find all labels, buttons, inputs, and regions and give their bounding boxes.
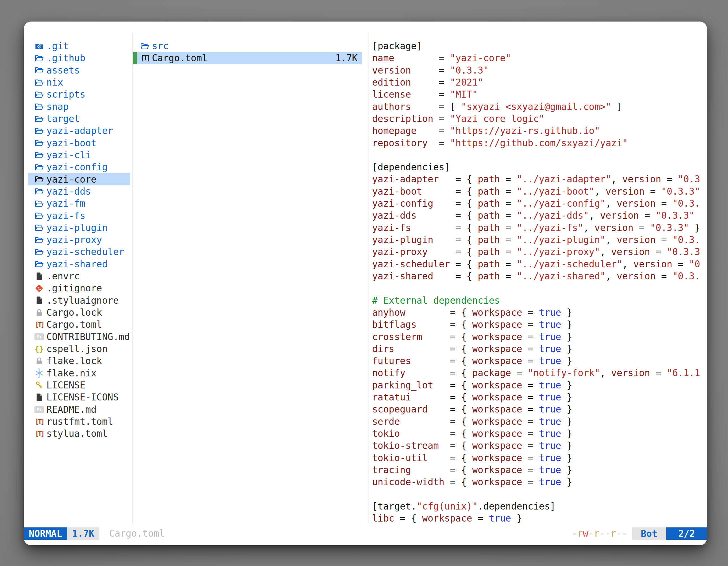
current-pane: src[T]Cargo.toml1.7K <box>133 40 362 64</box>
file-row-scripts[interactable]: scripts <box>28 88 130 100</box>
open-folder-icon <box>34 102 44 112</box>
file-size-badge: 1.7K <box>67 527 99 540</box>
file-row-yazi-cli[interactable]: yazi-cli <box>28 149 130 161</box>
status-filename: Cargo.toml <box>109 527 165 540</box>
file-row-readme-md[interactable]: M↓README.md <box>28 403 130 415</box>
file-row-yazi-fm[interactable]: yazi-fm <box>28 198 130 210</box>
file-name: yazi-fs <box>46 210 85 221</box>
markdown-icon: M↓ <box>34 332 44 342</box>
file-name: rustfmt.toml <box>46 416 113 427</box>
toml-icon: [T] <box>34 429 44 439</box>
file-row-cargo-lock[interactable]: Cargo.lock <box>28 306 130 318</box>
preview-line: futures = { workspace = true } <box>372 355 707 367</box>
toml-icon: [T] <box>34 416 44 426</box>
file-row-cargo-toml[interactable]: [T]Cargo.toml1.7K <box>133 52 362 64</box>
file-permissions: -rw-r--r-- <box>572 527 627 540</box>
preview-line: # External dependencies <box>372 294 707 306</box>
file-name: yazi-proxy <box>46 234 102 245</box>
file-row-git[interactable]: .git <box>28 40 130 52</box>
file-row-yazi-config[interactable]: yazi-config <box>28 161 130 173</box>
preview-line: tokio = { workspace = true } <box>372 427 707 440</box>
file-row-yazi-core[interactable]: yazi-core <box>28 173 130 185</box>
file-name: .gitignore <box>46 283 102 293</box>
open-folder-icon <box>34 223 44 233</box>
preview-line: yazi-adapter = { path = "../yazi-adapter… <box>372 173 707 185</box>
preview-line: yazi-shared = { path = "../yazi-shared",… <box>372 270 707 282</box>
file-row-assets[interactable]: assets <box>28 64 130 76</box>
file-name: README.md <box>46 404 97 415</box>
license-key-icon <box>34 380 44 390</box>
file-row-stylua-toml[interactable]: [T]stylua.toml <box>28 427 130 440</box>
file-name: yazi-core <box>46 174 97 185</box>
file-row-yazi-scheduler[interactable]: yazi-scheduler <box>28 246 130 258</box>
file-row-yazi-fs[interactable]: yazi-fs <box>28 210 130 222</box>
file-name: yazi-cli <box>46 150 91 161</box>
preview-line: anyhow = { workspace = true } <box>372 306 707 318</box>
file-name: CONTRIBUTING.md <box>46 331 130 342</box>
open-folder-icon <box>34 174 44 184</box>
file-name: .git <box>46 41 69 51</box>
preview-line: repository = "https://github.com/sxyazi/… <box>372 137 707 149</box>
file-name: yazi-dds <box>46 186 91 197</box>
file-name: src <box>152 41 169 51</box>
file-row-license-icons[interactable]: LICENSE-ICONS <box>28 391 130 403</box>
open-folder-icon <box>34 186 44 196</box>
file-row-yazi-plugin[interactable]: yazi-plugin <box>28 222 130 234</box>
preview-line: yazi-scheduler = { path = "../yazi-sched… <box>372 258 707 270</box>
file-name: nix <box>46 77 63 88</box>
markdown-icon: M↓ <box>34 404 44 414</box>
preview-line: tokio-util = { workspace = true } <box>372 452 707 464</box>
file-row-yazi-shared[interactable]: yazi-shared <box>28 258 130 270</box>
file-row-nix[interactable]: nix <box>28 76 130 88</box>
file-name: flake.nix <box>46 368 97 379</box>
file-row-snap[interactable]: snap <box>28 101 130 113</box>
file-row-styluaignore[interactable]: .styluaignore <box>28 294 130 306</box>
preview-line <box>372 282 707 294</box>
file-row-github[interactable]: .github <box>28 52 130 64</box>
file-row-yazi-boot[interactable]: yazi-boot <box>28 137 130 149</box>
file-row-flake-lock[interactable]: flake.lock <box>28 355 130 367</box>
git-folder-icon <box>34 41 44 51</box>
preview-line: yazi-config = { path = "../yazi-config",… <box>372 198 707 210</box>
nix-snowflake-icon <box>34 368 44 378</box>
file-name: scripts <box>46 89 85 100</box>
open-folder-icon <box>34 259 44 269</box>
file-name: assets <box>46 65 80 76</box>
file-row-src[interactable]: src <box>133 40 362 52</box>
file-row-cargo-toml[interactable]: [T]Cargo.toml <box>28 318 130 330</box>
file-row-yazi-proxy[interactable]: yazi-proxy <box>28 234 130 246</box>
open-folder-icon <box>34 114 44 124</box>
file-row-cspell-json[interactable]: {}cspell.json <box>28 343 130 355</box>
file-name: LICENSE <box>46 380 85 391</box>
file-row-envrc[interactable]: .envrc <box>28 270 130 282</box>
preview-line: yazi-boot = { path = "../yazi-boot", ver… <box>372 186 707 198</box>
open-folder-icon <box>34 126 44 136</box>
toml-icon: [T] <box>140 53 149 63</box>
preview-line <box>372 488 707 500</box>
file-name: Cargo.lock <box>46 307 102 318</box>
file-row-flake-nix[interactable]: flake.nix <box>28 367 130 379</box>
open-folder-icon <box>34 53 44 63</box>
file-row-rustfmt-toml[interactable]: [T]rustfmt.toml <box>28 415 130 427</box>
preview-line: crossterm = { workspace = true } <box>372 331 707 343</box>
preview-line: version = "0.3.3" <box>372 64 707 76</box>
open-folder-icon <box>34 211 44 221</box>
preview-line: bitflags = { workspace = true } <box>372 318 707 330</box>
open-folder-icon <box>34 78 44 88</box>
scroll-position-badge: Bot <box>632 527 666 540</box>
file-row-contributing-md[interactable]: M↓CONTRIBUTING.md <box>28 331 130 343</box>
open-folder-icon <box>34 162 44 172</box>
preview-line: authors = [ "sxyazi <sxyazi@gmail.com>" … <box>372 101 707 113</box>
parent-pane: .git.githubassetsnixscriptssnaptargetyaz… <box>28 40 130 440</box>
file-row-yazi-adapter[interactable]: yazi-adapter <box>28 125 130 137</box>
file-row-target[interactable]: target <box>28 113 130 125</box>
yazi-file-manager-window: .git.githubassetsnixscriptssnaptargetyaz… <box>24 22 707 545</box>
file-name: cspell.json <box>46 343 108 354</box>
file-row-license[interactable]: LICENSE <box>28 379 130 391</box>
preview-line: homepage = "https://yazi-rs.github.io" <box>372 125 707 137</box>
file-row-gitignore[interactable]: .gitignore <box>28 282 130 294</box>
file-row-yazi-dds[interactable]: yazi-dds <box>28 186 130 198</box>
preview-line: libc = { workspace = true } <box>372 512 707 524</box>
file-name: flake.lock <box>46 355 102 366</box>
preview-line: tokio-stream = { workspace = true } <box>372 440 707 452</box>
